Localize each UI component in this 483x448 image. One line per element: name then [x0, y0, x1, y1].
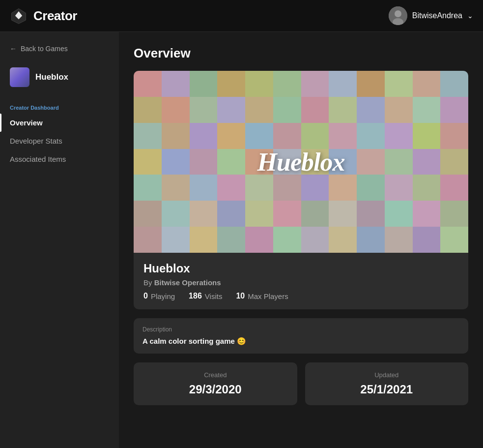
creator-dashboard-label: Creator Dashboard	[0, 97, 119, 114]
back-label: Back to Games	[21, 45, 68, 53]
username-label: BitwiseAndrea	[412, 11, 462, 20]
game-info: Hueblox By Bitwise Operations 0 Playing …	[134, 253, 468, 309]
back-arrow-icon: ←	[10, 45, 17, 53]
created-card: Created 29/3/2020	[134, 362, 297, 405]
visits-label: Visits	[205, 292, 223, 300]
max-players-count: 10	[236, 292, 245, 300]
page-title: Overview	[134, 46, 468, 61]
chevron-down-icon: ⌄	[467, 12, 473, 20]
updated-label: Updated	[314, 371, 460, 379]
date-cards: Created 29/3/2020 Updated 25/1/2021	[134, 362, 468, 405]
sidebar-item-associated-items-label: Associated Items	[10, 155, 66, 163]
back-to-games-link[interactable]: ← Back to Games	[0, 40, 119, 58]
user-menu[interactable]: BitwiseAndrea ⌄	[389, 6, 473, 25]
sidebar-item-associated-items[interactable]: Associated Items	[0, 150, 119, 168]
created-date: 29/3/2020	[142, 383, 288, 396]
updated-card: Updated 25/1/2021	[305, 362, 469, 405]
playing-count: 0	[143, 292, 148, 300]
sidebar-item-developer-stats[interactable]: Developer Stats	[0, 132, 119, 150]
game-creator-name: Bitwise Operations	[154, 278, 221, 287]
max-players-label: Max Players	[248, 292, 288, 300]
playing-label: Playing	[151, 292, 175, 300]
game-thumbnail	[10, 67, 29, 87]
updated-date: 25/1/2021	[314, 383, 460, 396]
creator-logo-icon	[10, 7, 28, 25]
sidebar-game-item[interactable]: Hueblox	[0, 60, 119, 94]
description-text: A calm color sorting game 😊	[142, 337, 459, 346]
game-stats: 0 Playing 186 Visits 10 Max Players	[143, 292, 458, 300]
app-header: Creator BitwiseAndrea ⌄	[0, 0, 483, 32]
main-layout: ← Back to Games Hueblox Creator Dashboar…	[0, 32, 483, 448]
game-banner-title: Hueblox	[257, 148, 345, 177]
description-label: Description	[142, 326, 459, 333]
header-logo-group: Creator	[10, 7, 77, 25]
sidebar-item-overview-label: Overview	[10, 119, 43, 127]
game-card: Hueblox Hueblox By Bitwise Operations 0 …	[134, 71, 468, 309]
avatar	[389, 6, 407, 25]
sidebar-item-overview[interactable]: Overview	[0, 114, 119, 132]
visits-count: 186	[189, 292, 202, 300]
game-banner: Hueblox	[134, 71, 468, 253]
game-info-title: Hueblox	[143, 262, 458, 275]
description-card: Description A calm color sorting game 😊	[134, 318, 468, 354]
game-creator: By Bitwise Operations	[143, 278, 458, 287]
svg-point-2	[395, 10, 401, 17]
sidebar-item-developer-stats-label: Developer Stats	[10, 137, 62, 145]
sidebar: ← Back to Games Hueblox Creator Dashboar…	[0, 32, 119, 448]
main-content: Overview	[119, 32, 483, 448]
sidebar-game-name: Hueblox	[35, 72, 68, 82]
created-label: Created	[142, 371, 288, 379]
app-title: Creator	[33, 8, 77, 24]
